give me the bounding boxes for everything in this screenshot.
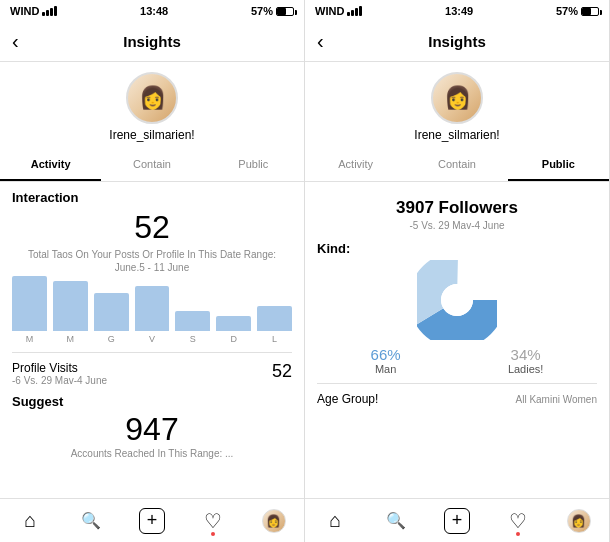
battery-icon-left [276, 7, 294, 16]
battery-pct-left: 57% [251, 5, 273, 17]
nav-likes-left[interactable]: ♡ [182, 499, 243, 542]
chart-col-6: L [257, 306, 292, 344]
content-right: 3907 Followers -5 Vs. 29 Mav-4 June Kind… [305, 182, 609, 498]
nav-profile-left[interactable]: 👩 [243, 499, 304, 542]
chart-label-6: L [272, 334, 277, 344]
interaction-number: 52 [12, 209, 292, 246]
search-icon-left: 🔍 [81, 511, 101, 530]
left-panel: WIND 13:48 57% ‹ Insights 👩 Irene_silmar… [0, 0, 305, 542]
interaction-title: Interaction [12, 190, 292, 205]
profile-visits-number: 52 [272, 361, 292, 382]
chart-bar-6 [257, 306, 292, 331]
pie-center [441, 284, 473, 316]
time-left: 13:48 [140, 5, 168, 17]
chart-bar-3 [135, 286, 170, 331]
carrier-right: WIND [315, 5, 344, 17]
kind-title: Kind: [317, 241, 597, 256]
chart-bar-0 [12, 276, 47, 331]
gender-man: 66% Man [371, 346, 401, 375]
chart-label-4: S [190, 334, 196, 344]
tab-activity-left[interactable]: Activity [0, 148, 101, 181]
add-icon-left: + [139, 508, 165, 534]
carrier-left: WIND [10, 5, 39, 17]
bar3 [50, 8, 53, 16]
bar-chart: M M G V S D L [12, 274, 292, 344]
time-right: 13:49 [445, 5, 473, 17]
status-bar-right: WIND 13:49 57% [305, 0, 609, 22]
pie-container [317, 260, 597, 340]
status-left: WIND [10, 5, 57, 17]
profile-name-left: Irene_silmarien! [109, 128, 194, 142]
tab-activity-right[interactable]: Activity [305, 148, 406, 181]
gender-ladies: 34% Ladies! [508, 346, 543, 375]
back-button-left[interactable]: ‹ [12, 30, 19, 53]
nav-search-right[interactable]: 🔍 [366, 499, 427, 542]
home-icon-right: ⌂ [329, 509, 341, 532]
age-row: Age Group! All Kamini Women [317, 383, 597, 406]
chart-label-0: M [26, 334, 34, 344]
chart-col-2: G [94, 293, 129, 344]
avatar-right: 👩 [431, 72, 483, 124]
man-label: Man [375, 363, 396, 375]
suggest-title: Suggest [12, 394, 292, 409]
likes-dot-right [516, 532, 520, 536]
chart-col-4: S [175, 311, 210, 344]
battery-icon-right [581, 7, 599, 16]
battery-fill-right [582, 8, 591, 15]
add-icon-right: + [444, 508, 470, 534]
ladies-pct: 34% [511, 346, 541, 363]
bar1 [42, 12, 45, 16]
content-left: Interaction 52 Total Taos On Your Posts … [0, 182, 304, 498]
gender-row: 66% Man 34% Ladies! [317, 346, 597, 375]
nav-add-left[interactable]: + [122, 499, 183, 542]
tab-public-left[interactable]: Public [203, 148, 304, 181]
bottom-nav-right: ⌂ 🔍 + ♡ 👩 [305, 498, 609, 542]
avatar-left: 👩 [126, 72, 178, 124]
nav-home-left[interactable]: ⌂ [0, 499, 61, 542]
nav-profile-right[interactable]: 👩 [548, 499, 609, 542]
bar4 [54, 6, 57, 16]
profile-avatar-nav-right: 👩 [567, 509, 591, 533]
chart-label-5: D [230, 334, 237, 344]
nav-search-left[interactable]: 🔍 [61, 499, 122, 542]
bottom-nav-left: ⌂ 🔍 + ♡ 👩 [0, 498, 304, 542]
chart-bar-2 [94, 293, 129, 331]
profile-name-right: Irene_silmarien! [414, 128, 499, 142]
suggest-desc: Accounts Reached In This Range: ... [12, 448, 292, 459]
chart-bar-5 [216, 316, 251, 331]
profile-visits-left: Profile Visits -6 Vs. 29 Mav-4 June [12, 361, 107, 386]
followers-section: 3907 Followers -5 Vs. 29 Mav-4 June [317, 190, 597, 235]
likes-dot-left [211, 532, 215, 536]
rbar3 [355, 8, 358, 16]
age-label: Age Group! [317, 392, 378, 406]
right-panel: WIND 13:49 57% ‹ Insights 👩 Irene_silmar… [305, 0, 610, 542]
nav-add-right[interactable]: + [427, 499, 488, 542]
profile-section-left: 👩 Irene_silmarien! [0, 62, 304, 148]
signal-bars-left [42, 6, 57, 16]
likes-icon-left: ♡ [204, 509, 222, 533]
ladies-label: Ladies! [508, 363, 543, 375]
chart-col-1: M [53, 281, 88, 344]
followers-sub: -5 Vs. 29 Mav-4 June [317, 220, 597, 231]
chart-label-1: M [67, 334, 75, 344]
signal-bars-right [347, 6, 362, 16]
tabs-right: Activity Contain Public [305, 148, 609, 182]
tab-contain-left[interactable]: Contain [101, 148, 202, 181]
nav-likes-right[interactable]: ♡ [487, 499, 548, 542]
tab-public-right[interactable]: Public [508, 148, 609, 181]
header-left: ‹ Insights [0, 22, 304, 62]
status-left-right: WIND [315, 5, 362, 17]
chart-label-2: G [108, 334, 115, 344]
likes-icon-right: ♡ [509, 509, 527, 533]
age-filter: All Kamini Women [515, 394, 597, 405]
man-pct: 66% [371, 346, 401, 363]
nav-home-right[interactable]: ⌂ [305, 499, 366, 542]
header-title-right: Insights [428, 33, 486, 50]
followers-count: 3907 Followers [317, 198, 597, 218]
suggest-number: 947 [12, 411, 292, 448]
tab-contain-right[interactable]: Contain [406, 148, 507, 181]
back-button-right[interactable]: ‹ [317, 30, 324, 53]
header-title-left: Insights [123, 33, 181, 50]
interaction-desc: Total Taos On Your Posts Or Profile In T… [12, 248, 292, 274]
status-right-left: 57% [251, 5, 294, 17]
